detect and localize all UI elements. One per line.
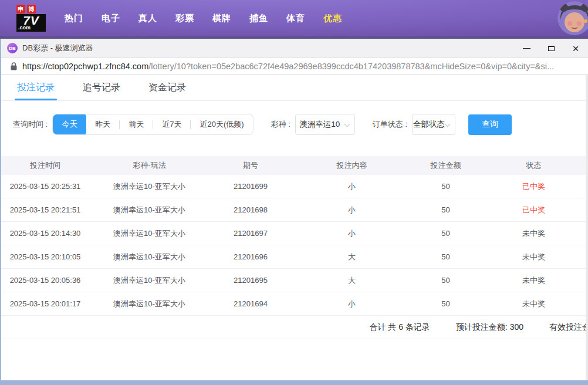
url-host: https://ctop02pchwp1.zfnc84.com [22,62,148,71]
bet-record-table: 投注时间彩种-玩法期号投注内容投注金额状态 2025-03-15 20:25:3… [1,156,588,339]
status-cell: 未中奖 [479,228,588,239]
column-header-2: 期号 [209,160,292,171]
column-header-5: 状态 [479,160,588,171]
url-text: https://ctop02pchwp1.zfnc84.com/lottery/… [22,62,554,71]
column-header-4: 投注金额 [412,160,479,171]
maximize-icon [548,46,555,51]
bet-amount-cell: 50 [412,182,479,191]
time-option-近20天(低频)[interactable]: 近20天(低频) [191,114,252,135]
search-button[interactable]: 查询 [468,114,512,135]
top-banner: 申 博 7V .com 热门电子真人彩票棋牌捕鱼体育优惠 [0,0,588,36]
main-nav: 热门电子真人彩票棋牌捕鱼体育优惠 [65,13,342,24]
tab-投注记录[interactable]: 投注记录 [17,75,55,100]
bet-amount-cell: 50 [412,252,479,261]
bet-time-cell: 2025-03-15 20:25:31 [1,182,89,191]
time-option-今天[interactable]: 今天 [53,114,86,135]
tab-资金记录[interactable]: 资金记录 [148,75,186,100]
chevron-down-icon [344,121,350,127]
bet-content-cell: 小 [292,299,412,309]
logo-badge-1: 申 [16,5,25,13]
order-status-value: 全部状态 [413,119,445,130]
bet-content-cell: 小 [292,228,412,239]
game-play-cell: 澳洲幸运10-亚军大小 [89,275,209,286]
address-bar[interactable]: https://ctop02pchwp1.zfnc84.com/lottery/… [1,58,588,75]
order-status-label: 订单状态 : [373,119,407,130]
issue-number-cell: 21201698 [209,205,292,214]
bet-time-cell: 2025-03-15 20:05:36 [1,276,89,285]
nav-item-优惠[interactable]: 优惠 [323,13,342,24]
bet-amount-cell: 50 [412,229,479,238]
status-cell: 未中奖 [479,299,588,309]
nav-item-彩票[interactable]: 彩票 [175,13,194,24]
status-cell: 未中奖 [479,275,588,286]
time-option-近7天[interactable]: 近7天 [153,114,190,135]
nav-item-体育[interactable]: 体育 [286,13,305,24]
game-play-cell: 澳洲幸运10-亚军大小 [89,205,209,215]
game-play-cell: 澳洲幸运10-亚军大小 [89,181,209,192]
browser-window: DB DB彩票 - 极速浏览器 × https://ctop02pchwp1.z… [0,39,588,380]
game-play-cell: 澳洲幸运10-亚军大小 [89,252,209,262]
time-option-前天[interactable]: 前天 [120,114,153,135]
window-titlebar[interactable]: DB DB彩票 - 极速浏览器 × [1,39,588,58]
logo-block: 7V .com [16,14,46,32]
window-controls: × [518,40,584,56]
filter-bar: 查询时间 : 今天昨天前天近7天近20天(低频) 彩种 : 澳洲幸运10 订单状… [13,114,588,135]
lottery-select[interactable]: 澳洲幸运10 [295,114,355,135]
lottery-filter-label: 彩种 : [271,119,290,130]
bet-amount-cell: 50 [412,299,479,308]
bet-content-cell: 大 [292,252,412,262]
issue-number-cell: 21201697 [209,229,292,238]
status-cell: 已中奖 [479,181,588,192]
maximize-button[interactable] [542,40,560,56]
game-play-cell: 澳洲幸运10-亚军大小 [89,228,209,239]
issue-number-cell: 21201694 [209,299,292,308]
time-filter-group: 今天昨天前天近7天近20天(低频) [52,114,253,135]
status-cell: 未中奖 [479,252,588,262]
table-row: 2025-03-15 20:01:17澳洲幸运10-亚军大小21201694小5… [1,292,588,316]
issue-number-cell: 21201699 [209,182,292,191]
table-footer: 合计 共 6 条记录 预计投注金额: 300 有效投注金额 [1,316,588,339]
bet-content-cell: 小 [292,205,412,215]
user-avatar[interactable] [557,1,588,35]
screen: 申 博 7V .com 热门电子真人彩票棋牌捕鱼体育优惠 [0,0,588,385]
chevron-down-icon [445,121,451,127]
game-play-cell: 澳洲幸运10-亚军大小 [89,299,209,309]
logo-badges: 申 博 [16,5,47,13]
table-row: 2025-03-15 20:10:05澳洲幸运10-亚军大小21201696大5… [1,245,588,269]
page-content: 投注记录追号记录资金记录 查询时间 : 今天昨天前天近7天近20天(低频) 彩种… [1,75,588,380]
record-count-summary: 合计 共 6 条记录 [369,322,430,333]
time-option-昨天[interactable]: 昨天 [86,114,119,135]
logo-badge-2: 博 [27,5,36,13]
nav-item-棋牌[interactable]: 棋牌 [212,13,231,24]
window-bottom-border [0,380,588,385]
site-logo[interactable]: 申 博 7V .com [16,5,47,33]
expected-bet-amount: 预计投注金额: 300 [456,322,523,333]
close-button[interactable]: × [567,40,584,56]
minimize-icon [523,48,530,49]
tab-追号记录[interactable]: 追号记录 [83,75,120,100]
issue-number-cell: 21201695 [209,276,292,285]
minimize-button[interactable] [518,40,535,56]
table-row: 2025-03-15 20:14:30澳洲幸运10-亚军大小21201697小5… [1,222,588,245]
url-path: /lottery/10?token=05e2bac6c72f4e49a2969e… [148,62,554,71]
table-body: 2025-03-15 20:25:31澳洲幸运10-亚军大小21201699小5… [1,175,588,316]
bet-time-cell: 2025-03-15 20:01:17 [1,299,89,308]
window-title: DB彩票 - 极速浏览器 [22,43,93,53]
bet-content-cell: 小 [292,181,412,192]
app-icon: DB [7,43,18,53]
issue-number-cell: 21201696 [209,252,292,261]
table-row: 2025-03-15 20:21:51澳洲幸运10-亚军大小21201698小5… [1,198,588,222]
bet-time-cell: 2025-03-15 20:10:05 [1,252,89,261]
vertical-scrollbar[interactable] [586,75,588,380]
time-filter-label: 查询时间 : [13,119,48,130]
nav-item-捕鱼[interactable]: 捕鱼 [249,13,268,24]
column-header-0: 投注时间 [1,160,89,171]
table-row: 2025-03-15 20:05:36澳洲幸运10-亚军大小21201695大5… [1,269,588,292]
nav-item-电子[interactable]: 电子 [102,13,120,24]
nav-item-真人[interactable]: 真人 [138,13,157,24]
bet-amount-cell: 50 [412,276,479,285]
order-status-select[interactable]: 全部状态 [412,114,455,135]
nav-item-热门[interactable]: 热门 [65,13,83,24]
table-row: 2025-03-15 20:25:31澳洲幸运10-亚军大小21201699小5… [1,175,588,198]
avatar-image [557,1,588,35]
